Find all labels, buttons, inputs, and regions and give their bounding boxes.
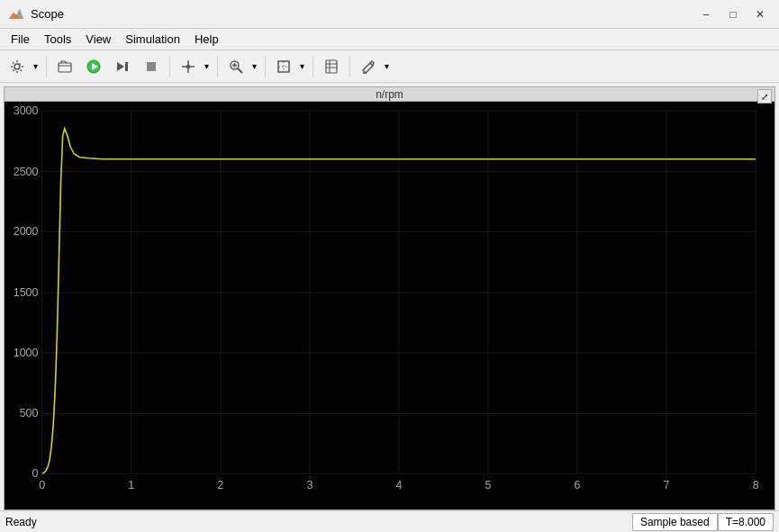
toolbar: ▾ <box>0 50 779 83</box>
stop-icon <box>144 59 159 74</box>
settings-group: ▾ <box>4 54 41 79</box>
step-forward-icon <box>115 59 130 74</box>
title-bar: Scope – □ ✕ <box>0 0 779 29</box>
svg-line-14 <box>238 68 242 73</box>
gear-icon <box>10 59 24 74</box>
minimize-button[interactable]: – <box>694 5 718 23</box>
window-title: Scope <box>31 7 64 21</box>
svg-rect-4 <box>59 63 71 72</box>
chart-svg: 0 500 1000 1500 2000 2500 3000 0 1 2 3 4… <box>5 102 774 509</box>
matlab-icon <box>7 5 25 23</box>
axes-icon <box>276 59 291 74</box>
svg-text:3000: 3000 <box>14 104 39 117</box>
svg-rect-9 <box>147 62 156 71</box>
svg-point-3 <box>14 64 20 69</box>
settings-button[interactable] <box>4 54 31 79</box>
svg-text:0: 0 <box>32 467 39 480</box>
toolbar-sep-4 <box>265 57 266 77</box>
plot-wrapper: n/rpm ⤢ <box>0 83 779 510</box>
plot-title: n/rpm <box>376 88 403 101</box>
toolbar-sep-5 <box>313 57 313 77</box>
svg-text:2500: 2500 <box>14 166 39 178</box>
plot-title-bar: n/rpm ⤢ <box>4 86 775 101</box>
menu-tools[interactable]: Tools <box>37 31 78 48</box>
svg-text:1000: 1000 <box>14 347 39 359</box>
svg-text:7: 7 <box>664 479 670 491</box>
status-right: Sample based T=8.000 <box>632 513 774 531</box>
svg-text:5: 5 <box>485 479 492 491</box>
sample-based-label: Sample based <box>632 513 718 531</box>
menu-file[interactable]: File <box>4 31 37 48</box>
svg-rect-8 <box>125 62 128 71</box>
close-button[interactable]: ✕ <box>748 5 772 23</box>
status-bar: Ready Sample based T=8.000 <box>0 510 779 532</box>
settings-dropdown-arrow[interactable]: ▾ <box>31 54 41 79</box>
maximize-button[interactable]: □ <box>721 5 745 23</box>
save-layout-button[interactable] <box>318 54 345 79</box>
status-ready: Ready <box>5 516 37 528</box>
open-icon <box>58 59 72 74</box>
cursor-button[interactable] <box>175 54 202 79</box>
cursor-dropdown-arrow[interactable]: ▾ <box>202 54 213 79</box>
chart-container: 0 500 1000 1500 2000 2500 3000 0 1 2 3 4… <box>4 101 775 510</box>
plot-expand-button[interactable]: ⤢ <box>757 89 772 104</box>
edit-button[interactable] <box>355 54 382 79</box>
cursor-group: ▾ <box>175 54 213 79</box>
svg-text:2: 2 <box>217 479 223 491</box>
save-layout-icon <box>324 59 339 74</box>
svg-text:1500: 1500 <box>14 286 39 299</box>
svg-rect-20 <box>326 60 337 73</box>
svg-text:1: 1 <box>128 479 134 491</box>
toolbar-sep-6 <box>349 57 350 77</box>
svg-marker-7 <box>117 62 124 71</box>
toolbar-sep-1 <box>46 57 47 77</box>
menu-help[interactable]: Help <box>187 31 226 48</box>
title-bar-controls: – □ ✕ <box>694 5 772 23</box>
open-button[interactable] <box>51 54 78 79</box>
zoom-dropdown-arrow[interactable]: ▾ <box>249 54 260 79</box>
menu-bar: File Tools View Simulation Help <box>0 29 779 50</box>
axes-group: ▾ <box>270 54 308 79</box>
svg-text:8: 8 <box>753 479 759 491</box>
svg-text:500: 500 <box>20 408 39 420</box>
zoom-group: ▾ <box>222 54 260 79</box>
step-forward-button[interactable] <box>109 54 136 79</box>
toolbar-sep-3 <box>217 57 218 77</box>
menu-view[interactable]: View <box>78 31 118 48</box>
menu-simulation[interactable]: Simulation <box>118 31 187 48</box>
svg-rect-25 <box>5 102 774 509</box>
edit-icon <box>361 59 376 74</box>
time-display: T=8.000 <box>718 513 774 531</box>
toolbar-sep-2 <box>169 57 170 77</box>
svg-text:0: 0 <box>39 479 45 491</box>
axes-button[interactable] <box>270 54 297 79</box>
cursor-icon <box>181 59 195 74</box>
zoom-icon <box>229 59 243 74</box>
svg-text:6: 6 <box>575 479 581 491</box>
svg-text:2000: 2000 <box>14 226 39 239</box>
title-bar-left: Scope <box>7 5 64 23</box>
svg-text:4: 4 <box>395 479 402 491</box>
edit-group: ▾ <box>355 54 393 79</box>
edit-dropdown-arrow[interactable]: ▾ <box>382 54 393 79</box>
axes-dropdown-arrow[interactable]: ▾ <box>297 54 308 79</box>
play-button[interactable] <box>80 54 107 79</box>
play-icon <box>86 59 101 74</box>
stop-button[interactable] <box>138 54 165 79</box>
svg-text:3: 3 <box>306 479 313 491</box>
zoom-button[interactable] <box>222 54 249 79</box>
